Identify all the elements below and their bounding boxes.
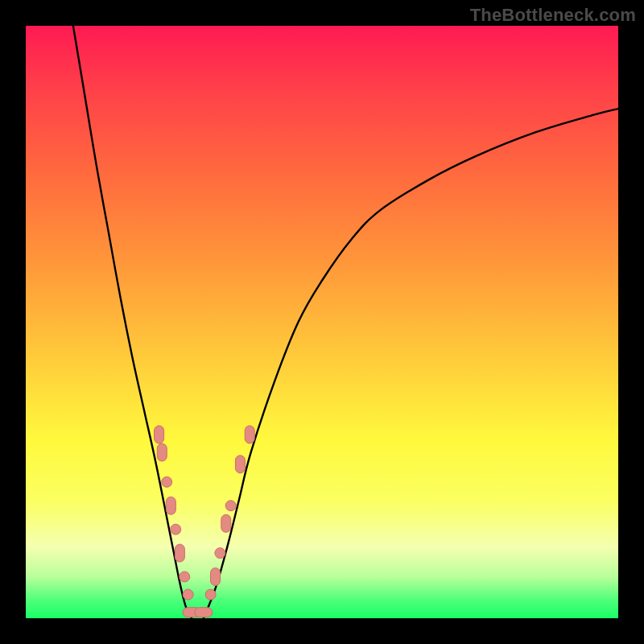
data-marker <box>211 568 221 585</box>
chart-stage: TheBottleneck.com <box>0 0 644 644</box>
data-marker <box>166 497 175 514</box>
data-marker <box>205 589 216 600</box>
watermark-text: TheBottleneck.com <box>470 5 636 26</box>
data-marker <box>162 477 172 487</box>
chart-svg <box>26 26 618 618</box>
data-marker <box>245 426 254 444</box>
data-marker <box>157 444 167 461</box>
data-marker <box>155 426 164 444</box>
data-marker <box>221 514 231 532</box>
data-marker <box>225 501 236 511</box>
curve-layer <box>73 26 618 618</box>
data-marker <box>183 589 193 600</box>
data-marker <box>175 544 184 562</box>
plot-area <box>26 26 618 618</box>
data-marker <box>235 456 245 473</box>
marker-layer <box>155 426 255 617</box>
data-marker <box>180 572 190 582</box>
data-marker <box>171 524 181 535</box>
data-marker <box>215 548 225 559</box>
data-marker <box>195 608 213 617</box>
curve-right-branch <box>204 109 618 618</box>
